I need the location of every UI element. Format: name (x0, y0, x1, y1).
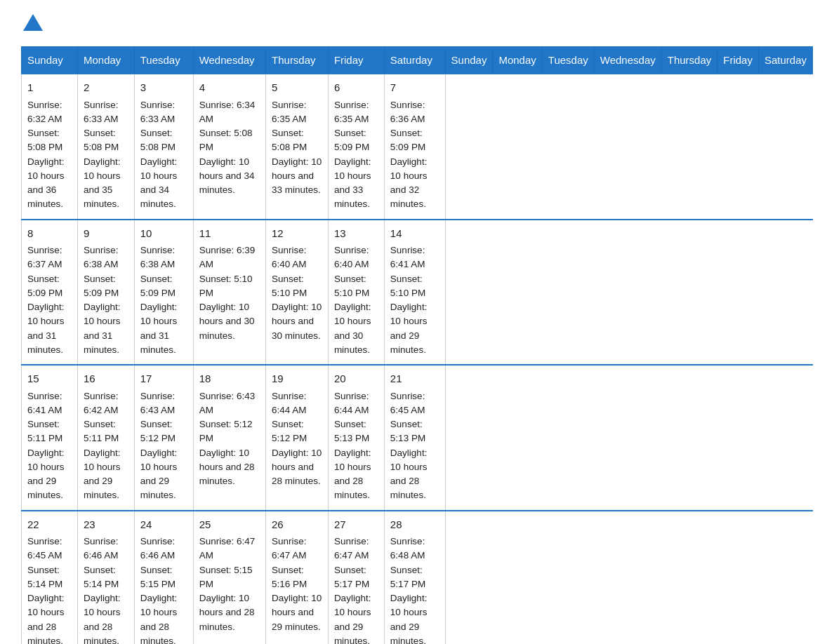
weekday-header-tuesday: Tuesday (542, 47, 594, 74)
daylight-label: Daylight: 10 hours and 33 minutes. (272, 156, 322, 196)
calendar-header-row: SundayMondayTuesdayWednesdayThursdayFrid… (22, 47, 813, 74)
weekday-header-monday: Monday (493, 47, 542, 74)
sunset-label: Sunset: 5:10 PM (272, 274, 307, 298)
sunrise-label: Sunrise: 6:39 AM (199, 245, 256, 269)
calendar-cell: 9Sunrise: 6:38 AMSunset: 5:09 PMDaylight… (77, 220, 134, 365)
calendar-cell: 27Sunrise: 6:47 AMSunset: 5:17 PMDayligh… (328, 511, 384, 645)
daylight-label: Daylight: 10 hours and 29 minutes. (27, 448, 65, 501)
sunrise-label: Sunrise: 6:40 AM (272, 245, 307, 269)
sunrise-label: Sunrise: 6:38 AM (84, 245, 119, 269)
header-thursday: Thursday (266, 47, 329, 74)
sunset-label: Sunset: 5:10 PM (390, 274, 425, 298)
daylight-label: Daylight: 10 hours and 34 minutes. (199, 156, 255, 196)
daylight-label: Daylight: 10 hours and 36 minutes. (27, 156, 65, 210)
sunset-label: Sunset: 5:11 PM (84, 419, 119, 443)
sunrise-label: Sunrise: 6:40 AM (334, 245, 369, 269)
calendar-cell: 28Sunrise: 6:48 AMSunset: 5:17 PMDayligh… (384, 511, 445, 645)
daylight-label: Daylight: 10 hours and 30 minutes. (272, 302, 322, 341)
day-number: 22 (27, 517, 72, 533)
daylight-label: Daylight: 10 hours and 34 minutes. (140, 156, 178, 210)
daylight-label: Daylight: 10 hours and 28 minutes. (272, 448, 322, 487)
day-number: 8 (27, 226, 72, 242)
sunset-label: Sunset: 5:08 PM (84, 128, 119, 152)
header-friday: Friday (328, 47, 384, 74)
calendar-cell: 1Sunrise: 6:32 AMSunset: 5:08 PMDaylight… (22, 74, 78, 220)
day-number: 25 (199, 517, 260, 533)
day-number: 16 (84, 371, 128, 387)
weekday-header-sunday: Sunday (445, 47, 493, 74)
day-number: 5 (272, 80, 322, 96)
sunset-label: Sunset: 5:14 PM (84, 565, 119, 589)
weekday-header-wednesday: Wednesday (594, 47, 661, 74)
day-number: 19 (272, 371, 322, 387)
day-number: 24 (140, 517, 187, 533)
sunset-label: Sunset: 5:08 PM (199, 128, 253, 152)
sunrise-label: Sunrise: 6:32 AM (27, 100, 62, 124)
calendar-cell: 6Sunrise: 6:35 AMSunset: 5:09 PMDaylight… (328, 74, 384, 220)
daylight-label: Daylight: 10 hours and 33 minutes. (334, 156, 371, 210)
daylight-label: Daylight: 10 hours and 31 minutes. (140, 302, 178, 355)
sunrise-label: Sunrise: 6:37 AM (27, 245, 62, 269)
sunrise-label: Sunrise: 6:44 AM (272, 391, 307, 415)
calendar-cell: 4Sunrise: 6:34 AMSunset: 5:08 PMDaylight… (193, 74, 265, 220)
sunset-label: Sunset: 5:13 PM (334, 419, 369, 443)
daylight-label: Daylight: 10 hours and 28 minutes. (27, 593, 65, 644)
sunrise-label: Sunrise: 6:38 AM (140, 245, 176, 269)
sunset-label: Sunset: 5:14 PM (27, 565, 62, 589)
sunrise-label: Sunrise: 6:36 AM (390, 100, 425, 124)
daylight-label: Daylight: 10 hours and 28 minutes. (390, 448, 428, 501)
calendar-cell: 7Sunrise: 6:36 AMSunset: 5:09 PMDaylight… (384, 74, 445, 220)
week-row-2: 8Sunrise: 6:37 AMSunset: 5:09 PMDaylight… (22, 220, 813, 365)
sunrise-label: Sunrise: 6:47 AM (272, 536, 307, 561)
day-number: 27 (334, 517, 378, 533)
sunset-label: Sunset: 5:12 PM (272, 419, 307, 443)
page-header (21, 14, 813, 32)
day-number: 20 (334, 371, 378, 387)
daylight-label: Daylight: 10 hours and 28 minutes. (334, 448, 371, 501)
daylight-label: Daylight: 10 hours and 29 minutes. (84, 448, 121, 501)
sunset-label: Sunset: 5:08 PM (272, 128, 307, 152)
daylight-label: Daylight: 10 hours and 29 minutes. (390, 593, 428, 644)
calendar-cell: 14Sunrise: 6:41 AMSunset: 5:10 PMDayligh… (384, 220, 445, 365)
calendar-cell: 2Sunrise: 6:33 AMSunset: 5:08 PMDaylight… (77, 74, 134, 220)
sunset-label: Sunset: 5:09 PM (390, 128, 425, 152)
sunrise-label: Sunrise: 6:44 AM (334, 391, 369, 415)
daylight-label: Daylight: 10 hours and 32 minutes. (390, 156, 428, 210)
daylight-label: Daylight: 10 hours and 29 minutes. (272, 593, 322, 632)
daylight-label: Daylight: 10 hours and 28 minutes. (199, 448, 255, 487)
sunset-label: Sunset: 5:10 PM (199, 274, 253, 298)
day-number: 10 (140, 226, 187, 242)
sunset-label: Sunset: 5:13 PM (390, 419, 425, 443)
daylight-label: Daylight: 10 hours and 29 minutes. (390, 302, 428, 355)
header-saturday: Saturday (384, 47, 445, 74)
calendar-cell: 10Sunrise: 6:38 AMSunset: 5:09 PMDayligh… (134, 220, 193, 365)
sunrise-label: Sunrise: 6:43 AM (140, 391, 176, 415)
sunrise-label: Sunrise: 6:46 AM (84, 536, 119, 561)
sunrise-label: Sunrise: 6:41 AM (390, 245, 425, 269)
logo (21, 14, 43, 32)
day-number: 1 (27, 80, 72, 96)
sunrise-label: Sunrise: 6:47 AM (334, 536, 369, 561)
weekday-header-thursday: Thursday (661, 47, 717, 74)
calendar-cell: 21Sunrise: 6:45 AMSunset: 5:13 PMDayligh… (384, 365, 445, 511)
daylight-label: Daylight: 10 hours and 30 minutes. (199, 302, 255, 341)
sunset-label: Sunset: 5:08 PM (27, 128, 62, 152)
calendar-cell: 16Sunrise: 6:42 AMSunset: 5:11 PMDayligh… (77, 365, 134, 511)
calendar-cell: 5Sunrise: 6:35 AMSunset: 5:08 PMDaylight… (266, 74, 329, 220)
day-number: 21 (390, 371, 439, 387)
calendar-cell: 8Sunrise: 6:37 AMSunset: 5:09 PMDaylight… (22, 220, 78, 365)
sunset-label: Sunset: 5:10 PM (334, 274, 369, 298)
daylight-label: Daylight: 10 hours and 35 minutes. (84, 156, 121, 210)
sunset-label: Sunset: 5:15 PM (140, 565, 176, 589)
day-number: 14 (390, 226, 439, 242)
sunrise-label: Sunrise: 6:47 AM (199, 536, 256, 561)
daylight-label: Daylight: 10 hours and 28 minutes. (140, 593, 178, 644)
calendar-cell: 26Sunrise: 6:47 AMSunset: 5:16 PMDayligh… (266, 511, 329, 645)
sunrise-label: Sunrise: 6:33 AM (140, 100, 176, 124)
calendar-cell: 18Sunrise: 6:43 AMSunset: 5:12 PMDayligh… (193, 365, 265, 511)
sunset-label: Sunset: 5:12 PM (199, 419, 253, 443)
sunset-label: Sunset: 5:09 PM (27, 274, 62, 298)
daylight-label: Daylight: 10 hours and 29 minutes. (140, 448, 178, 501)
day-number: 4 (199, 80, 260, 96)
sunrise-label: Sunrise: 6:35 AM (272, 100, 307, 124)
